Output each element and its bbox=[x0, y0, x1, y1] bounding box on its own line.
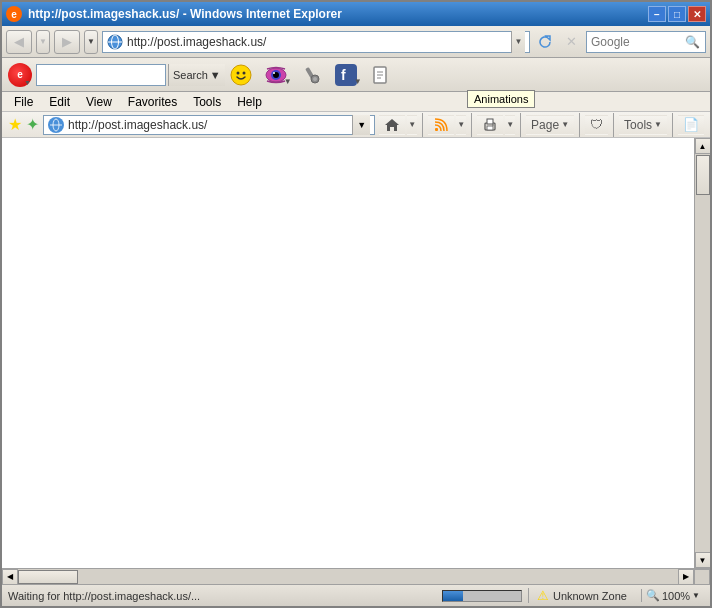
animations-tooltip: Animations bbox=[467, 90, 535, 108]
ie-icon: e bbox=[6, 6, 22, 22]
tools-dropdown-arrow: ▼ bbox=[654, 120, 662, 129]
feeds-button[interactable] bbox=[428, 115, 454, 135]
toolbar-tools-button[interactable] bbox=[297, 61, 325, 89]
svg-rect-26 bbox=[487, 126, 493, 130]
zone-label: Unknown Zone bbox=[553, 590, 627, 602]
horizontal-scrollbar[interactable]: ◀ ▶ bbox=[2, 568, 710, 584]
feeds-dropdown-button[interactable]: ▼ bbox=[456, 115, 466, 135]
svg-rect-25 bbox=[487, 119, 493, 124]
toolbar-page-button[interactable] bbox=[367, 61, 395, 89]
menu-bar: File Edit View Favorites Tools Help bbox=[2, 92, 710, 112]
search-bar bbox=[36, 64, 166, 86]
zone-icon: ⚠ bbox=[537, 588, 549, 603]
separator4 bbox=[579, 113, 580, 137]
home-dropdown-button[interactable]: ▼ bbox=[407, 115, 417, 135]
page-dropdown-arrow: ▼ bbox=[561, 120, 569, 129]
window-title: http://post.imageshack.us/ - Windows Int… bbox=[28, 7, 342, 21]
svg-point-5 bbox=[242, 71, 245, 74]
menu-view[interactable]: View bbox=[78, 93, 120, 111]
end-button[interactable]: 📄 bbox=[678, 115, 704, 135]
status-bar: Waiting for http://post.imageshack.us/..… bbox=[2, 584, 710, 606]
search-label: Search bbox=[173, 69, 208, 81]
vertical-scrollbar[interactable]: ▲ ▼ bbox=[694, 138, 710, 568]
add-favorites-icon[interactable]: ✦ bbox=[26, 115, 39, 134]
google-search-bar: 🔍 bbox=[586, 31, 706, 53]
svg-marker-22 bbox=[385, 119, 399, 131]
h-scroll-track[interactable] bbox=[18, 569, 678, 585]
svg-point-3 bbox=[231, 65, 251, 85]
menu-edit[interactable]: Edit bbox=[41, 93, 78, 111]
menu-favorites[interactable]: Favorites bbox=[120, 93, 185, 111]
browser-window: e http://post.imageshack.us/ - Windows I… bbox=[0, 0, 712, 608]
menu-file[interactable]: File bbox=[6, 93, 41, 111]
tools-button[interactable]: Tools ▼ bbox=[619, 115, 667, 135]
refresh-button[interactable] bbox=[534, 31, 556, 53]
menu-tools[interactable]: Tools bbox=[185, 93, 229, 111]
forward-button[interactable]: ▶ bbox=[54, 30, 80, 54]
search-dropdown-arrow: ▼ bbox=[210, 69, 221, 81]
tab-address-bar: http://post.imageshack.us/ ▼ bbox=[43, 115, 375, 135]
favorites-bar: ★ ✦ http://post.imageshack.us/ ▼ ▼ bbox=[2, 112, 710, 138]
address-bar: ▼ bbox=[102, 31, 530, 53]
separator6 bbox=[672, 113, 673, 137]
svg-text:f: f bbox=[341, 67, 346, 83]
back-button[interactable]: ◀ bbox=[6, 30, 32, 54]
search-button[interactable]: Search ▼ bbox=[168, 64, 225, 86]
toolbar-eye-button[interactable]: ▼ bbox=[257, 61, 295, 89]
toolbar-emoji-button[interactable] bbox=[227, 61, 255, 89]
tab-page-icon bbox=[48, 117, 64, 133]
google-search-input[interactable] bbox=[591, 35, 683, 49]
print-dropdown-button[interactable]: ▼ bbox=[505, 115, 515, 135]
safety-button[interactable]: 🛡 bbox=[585, 115, 608, 135]
nav-icon-group: ▼ ▼ ▼ bbox=[379, 113, 704, 137]
progress-indicator bbox=[443, 591, 463, 601]
forward-dropdown-button[interactable]: ▼ bbox=[84, 30, 98, 54]
menu-help[interactable]: Help bbox=[229, 93, 270, 111]
page-icon bbox=[107, 34, 123, 50]
separator5 bbox=[613, 113, 614, 137]
nav-bar: ◀ ▼ ▶ ▼ ▼ ✕ 🔍 bbox=[2, 26, 710, 58]
scroll-track[interactable] bbox=[695, 154, 710, 552]
maximize-button[interactable]: □ bbox=[668, 6, 686, 22]
scroll-thumb[interactable] bbox=[696, 155, 710, 195]
zoom-icon: 🔍 bbox=[646, 589, 660, 602]
page-button[interactable]: Page ▼ bbox=[526, 115, 574, 135]
security-zone: ⚠ Unknown Zone bbox=[528, 588, 635, 603]
favorites-star-icon: ★ bbox=[8, 115, 22, 134]
scroll-left-button[interactable]: ◀ bbox=[2, 569, 18, 585]
scroll-right-button[interactable]: ▶ bbox=[678, 569, 694, 585]
ie-logo-button[interactable]: e ▼ bbox=[6, 61, 34, 89]
search-input[interactable] bbox=[41, 68, 161, 82]
title-bar: e http://post.imageshack.us/ - Windows I… bbox=[2, 2, 710, 26]
svg-point-4 bbox=[236, 71, 239, 74]
zoom-dropdown-arrow[interactable]: ▼ bbox=[692, 591, 700, 600]
back-icon: ◀ bbox=[14, 34, 24, 49]
close-button[interactable]: ✕ bbox=[688, 6, 706, 22]
address-input[interactable] bbox=[127, 35, 511, 49]
scroll-up-button[interactable]: ▲ bbox=[695, 138, 711, 154]
zoom-level: 100% bbox=[662, 590, 690, 602]
svg-point-9 bbox=[273, 72, 275, 74]
toolbar-facebook-button[interactable]: f ▼ bbox=[327, 61, 365, 89]
stop-button[interactable]: ✕ bbox=[560, 31, 582, 53]
forward-icon: ▶ bbox=[62, 34, 72, 49]
back-dropdown-button[interactable]: ▼ bbox=[36, 30, 50, 54]
window-controls: − □ ✕ bbox=[648, 6, 706, 22]
separator3 bbox=[520, 113, 521, 137]
corner-button bbox=[694, 569, 710, 585]
scroll-down-button[interactable]: ▼ bbox=[695, 552, 711, 568]
svg-point-27 bbox=[492, 124, 494, 126]
svg-point-12 bbox=[313, 77, 317, 81]
separator bbox=[422, 113, 423, 137]
home-button[interactable] bbox=[379, 115, 405, 135]
zoom-control[interactable]: 🔍 100% ▼ bbox=[641, 589, 704, 602]
separator2 bbox=[471, 113, 472, 137]
title-bar-left: e http://post.imageshack.us/ - Windows I… bbox=[6, 6, 342, 22]
minimize-button[interactable]: − bbox=[648, 6, 666, 22]
address-dropdown-button[interactable]: ▼ bbox=[511, 31, 525, 53]
google-search-button[interactable]: 🔍 bbox=[683, 33, 701, 51]
print-button[interactable] bbox=[477, 115, 503, 135]
h-scroll-thumb[interactable] bbox=[18, 570, 78, 584]
page-label: Page bbox=[531, 118, 559, 132]
tab-address-dropdown[interactable]: ▼ bbox=[352, 115, 370, 135]
